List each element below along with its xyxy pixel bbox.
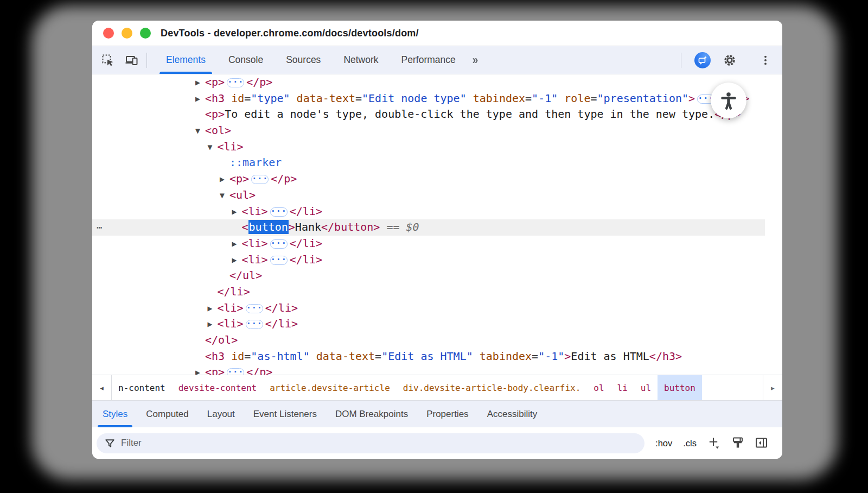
tab-layout[interactable]: Layout [198,401,244,427]
tab-accessibility[interactable]: Accessibility [478,401,547,427]
dom-token-tag: <h3 [205,350,225,363]
dom-tree-row[interactable]: ▶<li>···</li> [92,300,782,317]
expand-arrow-icon[interactable]: ▶ [232,252,242,269]
window-controls [103,28,151,39]
collapse-arrow-icon[interactable]: ▼ [220,188,229,204]
dom-token-val: "-1" [538,350,564,363]
settings-gear-icon[interactable] [723,53,737,67]
row-menu-dots-icon[interactable]: ⋯ [97,219,103,236]
dom-token-attr: id [225,350,244,363]
dom-tree-row[interactable]: </li> [92,284,782,300]
breadcrumb-item-button[interactable]: button [658,375,702,400]
expand-children-icon[interactable]: ··· [246,304,263,313]
dom-token-val: "as-html" [251,350,309,363]
dom-tree-row[interactable]: ▼<ol> [92,123,782,139]
dom-token-tag: </li> [265,301,298,314]
close-window-button[interactable] [103,28,114,39]
collapse-arrow-icon[interactable]: ▼ [208,140,218,156]
tab-network[interactable]: Network [332,46,390,74]
dom-tree-row[interactable]: </ol> [92,332,782,349]
dom-tree-row[interactable]: <h3 id="as-html" data-text="Edit as HTML… [92,349,782,365]
expand-children-icon[interactable]: ··· [270,239,288,249]
breadcrumb-item-ol[interactable]: ol [587,375,610,400]
breadcrumb-scroll-left-icon[interactable]: ◂ [92,375,112,400]
dom-tree-row[interactable]: ▶<p>···</p> [92,364,782,375]
breadcrumb-scroll-right-icon[interactable]: ▸ [763,375,782,400]
dom-tree-row[interactable]: ▶<li>···</li> [92,316,782,332]
dom-tree-row[interactable]: ▼<ul> [92,187,782,204]
dom-tree-row[interactable]: <p>To edit a node's type, double-click t… [92,106,782,123]
expand-children-icon[interactable]: ··· [270,207,288,217]
tab-elements[interactable]: Elements [155,46,217,74]
toggle-sidebar-icon[interactable] [755,437,768,450]
toggle-element-state-button[interactable]: :hov [655,438,672,448]
dom-tree-row[interactable]: ▶<h3 id="type" data-text="Edit node type… [92,91,782,107]
expand-arrow-icon[interactable]: ▶ [220,172,229,188]
breadcrumb-item-div-devsite-article-body-clearfix-[interactable]: div.devsite-article-body.clearfix. [397,375,588,400]
expand-children-icon[interactable]: ··· [227,368,244,375]
tab-computed[interactable]: Computed [137,401,197,427]
expand-arrow-icon[interactable]: ▶ [195,75,205,91]
dom-tree-row-selected[interactable]: ⋯<button>Hank</button> == $0 [92,219,765,236]
ai-assistance-icon[interactable] [694,52,711,68]
tab-console[interactable]: Console [217,46,275,74]
expand-arrow-icon[interactable]: ▶ [208,317,218,333]
dom-tree-row[interactable]: ▼<li> [92,139,782,155]
filter-input[interactable] [121,438,637,448]
dom-token-attr: tabindex [467,92,525,105]
tab-sources[interactable]: Sources [275,46,332,74]
zoom-window-button[interactable] [140,28,151,39]
dom-token-tag: </li> [290,205,322,218]
devtools-window: DevTools - developer.chrome.com/docs/dev… [92,21,782,459]
tab-properties[interactable]: Properties [417,401,477,427]
inspect-element-icon[interactable] [101,53,115,67]
expand-arrow-icon[interactable]: ▶ [208,301,218,317]
expand-arrow-icon[interactable]: ▶ [232,236,242,252]
rendering-emulation-icon[interactable] [731,437,744,450]
collapse-arrow-icon[interactable]: ▼ [195,123,205,140]
breadcrumb-items: n-contentdevsite-contentarticle.devsite-… [112,375,702,400]
dom-token-tag: </li> [265,317,298,330]
more-menu-icon[interactable] [758,53,773,67]
expand-children-icon[interactable]: ··· [270,256,288,265]
dom-token-tag: <li> [218,140,244,153]
more-panels-icon[interactable]: » [467,53,483,67]
expand-children-icon[interactable]: ··· [227,78,244,87]
tab-dom-breakpoints[interactable]: DOM Breakpoints [326,401,417,427]
accessibility-cursor-icon [711,83,746,118]
dom-tree-row[interactable]: ::marker [92,155,782,171]
dom-tree-row[interactable]: ▶<li>···</li> [92,252,782,268]
tab-styles[interactable]: Styles [93,401,137,427]
dom-tree-row[interactable]: ▶<li>···</li> [92,204,782,220]
expand-arrow-icon[interactable]: ▶ [195,91,205,108]
breadcrumb-item-n-content[interactable]: n-content [112,375,172,400]
dom-token-punct: = [375,350,381,363]
expand-children-icon[interactable]: ··· [251,175,269,184]
title-bar: DevTools - developer.chrome.com/docs/dev… [92,21,782,46]
breadcrumb-item-li[interactable]: li [611,375,634,400]
dom-token-tag: < [242,220,248,233]
tab-event-listeners[interactable]: Event Listeners [244,401,326,427]
tab-performance[interactable]: Performance [390,46,467,74]
dom-token-pseudo: ::marker [229,156,282,169]
breadcrumb-item-article-devsite-article[interactable]: article.devsite-article [263,375,397,400]
dom-tree-row[interactable]: ▶<p>···</p> [92,74,782,91]
dom-token-tag: <li> [218,317,244,330]
expand-children-icon[interactable]: ··· [246,320,263,329]
new-style-rule-button[interactable] [707,437,720,450]
dom-token-tag: <li> [242,205,268,218]
element-classes-button[interactable]: .cls [683,438,697,448]
minimize-window-button[interactable] [122,28,132,39]
breadcrumb-item-ul[interactable]: ul [634,375,658,400]
dom-tree-row[interactable]: </ul> [92,268,782,284]
dom-token-punct: = [532,350,538,363]
dom-token-tag: </ol> [205,333,238,346]
expand-arrow-icon[interactable]: ▶ [232,204,242,220]
expand-arrow-icon[interactable]: ▶ [195,365,205,375]
dom-tree-row[interactable]: ▶<li>···</li> [92,236,782,252]
dom-tree-row[interactable]: ▶<p>···</p> [92,171,782,187]
filter-funnel-icon [104,438,116,449]
dom-token-tag: <li> [218,301,244,314]
device-toolbar-icon[interactable] [125,53,139,67]
breadcrumb-item-devsite-content[interactable]: devsite-content [172,375,264,400]
